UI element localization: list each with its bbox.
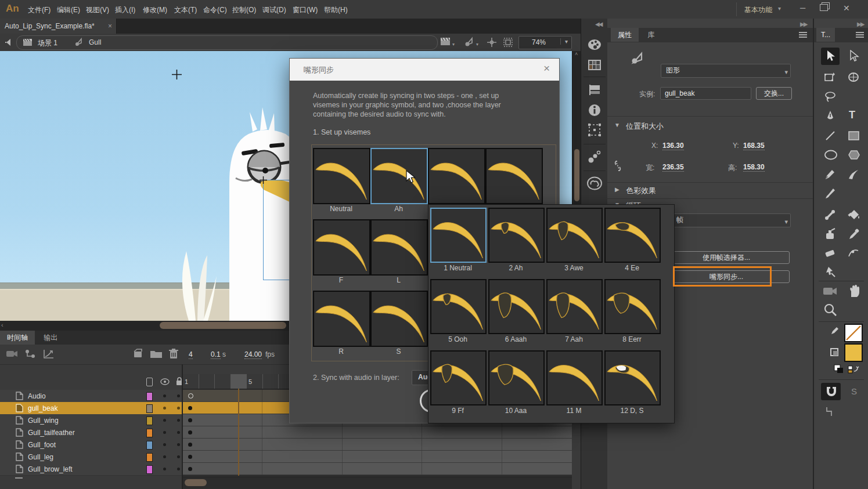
- frames-gull-tailfeather[interactable]: [183, 426, 572, 439]
- zoom-control[interactable]: 74% ▾: [518, 36, 572, 49]
- frames-gull-leg[interactable]: [183, 451, 572, 463]
- graph-editor-icon[interactable]: [43, 349, 55, 359]
- loop-dropdown[interactable]: 帧 ▾: [661, 213, 791, 227]
- black-white-colors-icon[interactable]: [834, 364, 844, 374]
- viseme-thumb-3[interactable]: [428, 148, 485, 204]
- viseme-thumb-ah[interactable]: [370, 148, 428, 204]
- menu-item-file[interactable]: 文件(F): [28, 5, 51, 15]
- layer-color-swatch[interactable]: [146, 416, 153, 425]
- layer-row-audio[interactable]: Audio: [0, 390, 182, 403]
- popup-viseme-10[interactable]: [488, 350, 545, 405]
- eraser-tool[interactable]: [824, 247, 837, 259]
- timeline-hscroll-thumb[interactable]: [185, 479, 207, 486]
- eyedropper-tool[interactable]: [848, 228, 860, 241]
- current-frame-value[interactable]: 4: [189, 350, 193, 359]
- dialog-close-icon[interactable]: ×: [543, 62, 550, 75]
- keyframe-dot[interactable]: [188, 455, 192, 459]
- layer-row-gull-wing[interactable]: Gull_wing: [0, 414, 182, 427]
- tab-close-icon[interactable]: ×: [108, 22, 112, 30]
- center-frame-icon[interactable]: [487, 37, 497, 48]
- menu-item-commands[interactable]: 命令(C): [203, 5, 227, 15]
- popup-viseme-3[interactable]: [546, 208, 603, 263]
- layer-color-swatch[interactable]: [146, 429, 153, 437]
- oval-tool[interactable]: [824, 149, 838, 161]
- position-section-caret-icon[interactable]: ▼: [614, 122, 620, 128]
- layer-lock-dot[interactable]: [177, 407, 180, 410]
- rectangle-tool[interactable]: [848, 130, 860, 142]
- layer-parenting-icon[interactable]: [24, 349, 36, 359]
- layer-lock-dot[interactable]: [177, 394, 180, 397]
- text-tool[interactable]: T: [849, 109, 855, 121]
- keyframe-dot[interactable]: [188, 406, 192, 410]
- popup-viseme-9[interactable]: [430, 350, 487, 405]
- layer-row-gull-beak[interactable]: gull_beak: [0, 402, 182, 415]
- vscroll-up-arrow-icon[interactable]: ˄: [575, 51, 578, 57]
- edit-scene-caret-icon[interactable]: ▾: [452, 42, 455, 47]
- lasso-tool[interactable]: [824, 90, 837, 103]
- instance-name-field[interactable]: gull_beak: [660, 87, 751, 100]
- viseme-thumb-neutral[interactable]: [313, 148, 370, 204]
- classic-brush-tool[interactable]: [824, 187, 837, 200]
- pen-tool[interactable]: [824, 110, 836, 123]
- layer-color-swatch[interactable]: [146, 465, 153, 474]
- edit-symbol-caret-icon[interactable]: ▾: [476, 42, 478, 47]
- keyframe-dot[interactable]: [188, 467, 192, 471]
- outline-column-icon[interactable]: [146, 378, 153, 386]
- viseme-thumb-f[interactable]: [313, 219, 370, 276]
- camera-layer-icon[interactable]: [6, 349, 19, 358]
- transform-panel-icon[interactable]: [588, 123, 602, 137]
- visibility-column-icon[interactable]: [160, 378, 170, 385]
- scene-panel-icon[interactable]: [588, 84, 602, 96]
- fluid-brush-tool[interactable]: [847, 168, 860, 181]
- menu-item-control[interactable]: 控制(O): [232, 5, 256, 15]
- popup-viseme-11[interactable]: [546, 350, 603, 405]
- viseme-thumb-l[interactable]: [370, 219, 428, 276]
- popup-viseme-8[interactable]: [604, 279, 661, 334]
- frames-gull-foot[interactable]: [183, 439, 572, 451]
- layer-visibility-dot[interactable]: [163, 468, 166, 470]
- color-section-caret-icon[interactable]: ▶: [615, 186, 620, 193]
- straighten-tool[interactable]: [824, 406, 836, 418]
- asset-warp-tool[interactable]: [824, 265, 837, 278]
- tab-library[interactable]: 库: [640, 28, 661, 42]
- playhead-frame-block[interactable]: [230, 374, 247, 389]
- width-value[interactable]: 236.35: [662, 163, 684, 172]
- y-value[interactable]: 168.35: [743, 142, 765, 150]
- layer-lock-dot[interactable]: [177, 431, 180, 434]
- popup-viseme-2[interactable]: [488, 208, 545, 263]
- keyframe-dot[interactable]: [188, 418, 192, 422]
- bone-tool[interactable]: [824, 209, 837, 222]
- keyframe-dot[interactable]: [188, 443, 192, 447]
- gradient-transform-tool[interactable]: [847, 71, 860, 84]
- tab-properties[interactable]: 属性: [611, 28, 639, 42]
- popup-viseme-5[interactable]: [430, 279, 487, 334]
- new-layer-icon[interactable]: [132, 349, 144, 359]
- layer-row-gull-leg[interactable]: Gull_leg: [0, 451, 182, 463]
- free-transform-tool[interactable]: [824, 71, 837, 84]
- layer-lock-dot[interactable]: [177, 468, 180, 470]
- pencil-tool[interactable]: [824, 168, 837, 181]
- menu-item-help[interactable]: 帮助(H): [324, 5, 348, 15]
- height-value[interactable]: 158.30: [743, 163, 765, 172]
- swatches-panel-icon[interactable]: [588, 59, 602, 71]
- keyframe-dot[interactable]: [188, 430, 192, 434]
- vscroll-thumb[interactable]: [574, 149, 579, 201]
- edit-symbol-icon[interactable]: [463, 37, 475, 47]
- workspace-switcher[interactable]: 基本功能: [744, 5, 772, 15]
- layer-visibility-dot[interactable]: [163, 443, 166, 446]
- minimize-button[interactable]: ─: [800, 3, 805, 12]
- layer-visibility-dot[interactable]: [163, 431, 166, 434]
- menu-item-view[interactable]: 视图(V): [86, 5, 109, 15]
- tab-timeline[interactable]: 时间轴: [0, 331, 35, 345]
- workspace-caret-icon[interactable]: ▾: [778, 5, 781, 12]
- viseme-thumb-r[interactable]: [313, 291, 370, 347]
- dock-collapse-icon[interactable]: ◀◀: [595, 21, 602, 27]
- layer-color-swatch[interactable]: [146, 392, 153, 401]
- smooth-tool[interactable]: S: [851, 386, 857, 396]
- playhead-line[interactable]: [238, 389, 239, 476]
- zoom-caret-icon[interactable]: ▾: [560, 38, 568, 45]
- polystar-tool[interactable]: [848, 149, 860, 161]
- restore-button[interactable]: [820, 4, 828, 11]
- document-tab[interactable]: Auto_Lip_Sync_Example.fla* ×: [0, 19, 117, 34]
- popup-viseme-6[interactable]: [488, 279, 545, 334]
